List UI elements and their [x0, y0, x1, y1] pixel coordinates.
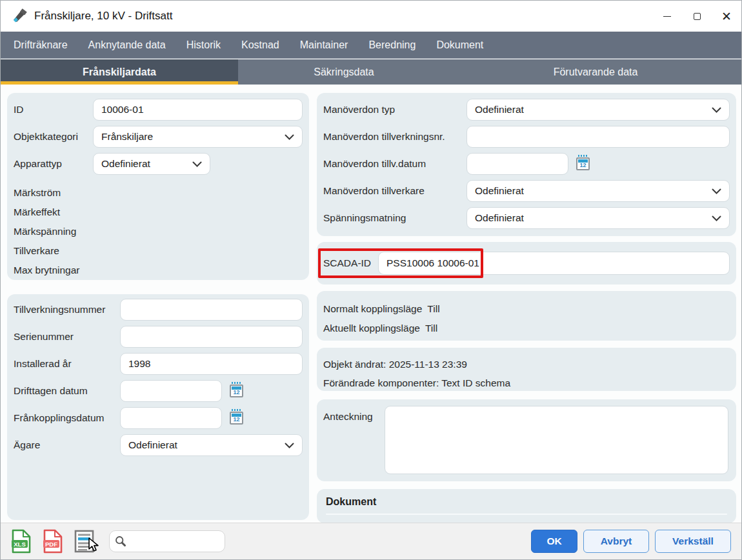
menu-beredning[interactable]: Beredning [358, 32, 426, 58]
minimize-button[interactable] [652, 1, 682, 32]
close-button[interactable]: ✕ [712, 1, 741, 32]
apparattyp-value: Odefinierat [101, 158, 187, 170]
objektkategori-select[interactable]: Frånskiljare [93, 126, 303, 148]
calendar-rings [232, 382, 241, 384]
installerad-ar-label: Installerad år [14, 358, 120, 370]
manoverdon-typ-value: Odefinierat [475, 104, 707, 115]
spanningsmatning-label: Spänningsmatning [323, 212, 466, 224]
menu-historik[interactable]: Historik [176, 32, 231, 58]
manoverdon-typ-select[interactable]: Odefinierat [466, 99, 730, 121]
markspanning-label: Märkspänning [14, 222, 303, 241]
menu-bar: Drifträknare Anknytande data Historik Ko… [1, 32, 741, 59]
objektkategori-label: Objektkategori [14, 131, 93, 143]
close-icon: ✕ [721, 10, 732, 23]
agare-select[interactable]: Odefinierat [120, 434, 303, 456]
panel-tillverkningsdata: Tillverkningsnummer Serienummer Installe… [7, 294, 309, 520]
svg-text:PDF: PDF [45, 541, 57, 548]
installerad-ar-input[interactable] [120, 353, 303, 375]
agare-value: Odefinierat [128, 439, 279, 451]
calendar-rings [578, 155, 588, 157]
panel-dokument: Dokument [317, 489, 736, 523]
maximize-button[interactable] [682, 1, 712, 32]
objektkategori-value: Frånskiljare [101, 131, 279, 143]
apparattyp-label: Apparattyp [14, 158, 93, 170]
normalt-kopplingslage-value: Till [427, 303, 439, 315]
calendar-number: 12 [231, 416, 242, 423]
calendar-icon[interactable]: 12 [230, 412, 243, 425]
scada-id-input[interactable] [378, 252, 730, 275]
menu-maintainer[interactable]: Maintainer [290, 32, 359, 58]
tab-sakringsdata[interactable]: Säkringsdata [238, 59, 450, 85]
markeffekt-label: Märkeffekt [14, 203, 303, 222]
manoverdon-tillverkningsnr-label: Manöverdon tillverkningsnr. [323, 131, 466, 143]
id-input[interactable] [93, 99, 303, 121]
app-tool-icon [11, 8, 28, 25]
export-xls-button[interactable]: XLS [11, 529, 32, 554]
export-pdf-button[interactable]: PDF [43, 529, 63, 554]
calendar-icon[interactable]: 12 [576, 157, 590, 170]
drifttagen-datum-label: Drifttagen datum [14, 385, 120, 397]
frankopplingsdatum-label: Frånkopplingsdatum [14, 412, 120, 424]
tillverkningsnummer-input[interactable] [120, 299, 303, 321]
apparattyp-select[interactable]: Odefinierat [93, 153, 210, 175]
drifttagen-datum-input[interactable] [120, 380, 222, 402]
ok-button[interactable]: OK [531, 530, 577, 553]
aktuellt-kopplingslage-label: Aktuellt kopplingsläge [323, 323, 420, 334]
manoverdon-tillv-datum-input[interactable] [466, 153, 568, 175]
dokument-header: Dokument [326, 496, 727, 508]
spanningsmatning-select[interactable]: Odefinierat [466, 207, 730, 229]
svg-text:XLS: XLS [14, 541, 25, 548]
calendar-icon[interactable]: 12 [230, 385, 243, 397]
tillverkare-label: Tillverkare [14, 241, 303, 261]
pdf-file-icon: PDF [43, 529, 63, 554]
calendar-number: 12 [577, 162, 588, 169]
title-bar: Frånskiljare, 10 kV - Driftsatt ✕ [1, 1, 741, 32]
verkstall-button[interactable]: Verkställ [655, 530, 731, 553]
frankopplingsdatum-input[interactable] [120, 407, 222, 429]
manoverdon-tillverkningsnr-input[interactable] [466, 126, 730, 148]
spanningsmatning-value: Odefinierat [475, 212, 707, 224]
footer-bar: XLS PDF [1, 523, 741, 559]
chevron-down-icon [712, 215, 721, 221]
dialog-window: Frånskiljare, 10 kV - Driftsatt ✕ Driftr… [0, 0, 742, 560]
tab-franskiljardata[interactable]: Frånskiljardata [1, 59, 238, 85]
search-input[interactable] [130, 531, 219, 552]
window-title: Frånskiljare, 10 kV - Driftsatt [34, 10, 172, 23]
chevron-down-icon [192, 161, 202, 167]
menu-anknytande-data[interactable]: Anknytande data [78, 32, 176, 58]
serienummer-input[interactable] [120, 326, 303, 348]
normalt-kopplingslage-label: Normalt kopplingsläge [323, 303, 422, 315]
search-box[interactable] [109, 530, 225, 552]
id-label: ID [14, 104, 93, 115]
xls-file-icon: XLS [11, 529, 32, 554]
minimize-icon [663, 16, 671, 17]
manoverdon-typ-label: Manöverdon typ [323, 104, 466, 115]
menu-driftraknare[interactable]: Drifträknare [3, 32, 78, 58]
calendar-number: 12 [231, 389, 242, 396]
panel-apparatdata: ID Objektkategori Frånskiljare Apparatty… [7, 93, 309, 280]
calendar-rings [232, 409, 241, 411]
panel-kopplingslage: Normalt kopplingsläge Till Aktuellt kopp… [317, 291, 736, 341]
chevron-down-icon [712, 188, 721, 194]
panel-manoverdon: Manöverdon typ Odefinierat Manöverdon ti… [317, 93, 736, 236]
manoverdon-tillv-datum-label: Manöverdon tillv.datum [323, 158, 466, 170]
menu-dokument[interactable]: Dokument [426, 32, 494, 58]
search-icon [115, 535, 126, 547]
panel-scada: SCADA-ID [317, 242, 736, 285]
report-list-button[interactable] [74, 530, 95, 553]
tab-bar: Frånskiljardata Säkringsdata Förutvarand… [1, 59, 741, 85]
manoverdon-tillverkare-value: Odefinierat [475, 185, 707, 197]
avbryt-button[interactable]: Avbryt [583, 530, 649, 553]
anteckning-textarea[interactable] [385, 406, 728, 474]
mouse-cursor-icon [86, 537, 101, 555]
manoverdon-tillverkare-select[interactable]: Odefinierat [466, 180, 730, 202]
chevron-down-icon [285, 134, 294, 140]
chevron-down-icon [712, 107, 721, 113]
serienummer-label: Serienummer [14, 331, 120, 343]
forandrade-komponenter-text: Förändrade komponenter: Text ID schema [323, 374, 730, 392]
content-area: ID Objektkategori Frånskiljare Apparatty… [1, 85, 741, 523]
tab-forutvarande-data[interactable]: Förutvarande data [450, 59, 741, 85]
menu-kostnad[interactable]: Kostnad [231, 32, 290, 58]
markstrom-label: Märkström [14, 183, 303, 203]
objekt-andrat-text: Objekt ändrat: 2025-11-13 23:39 [323, 355, 730, 374]
